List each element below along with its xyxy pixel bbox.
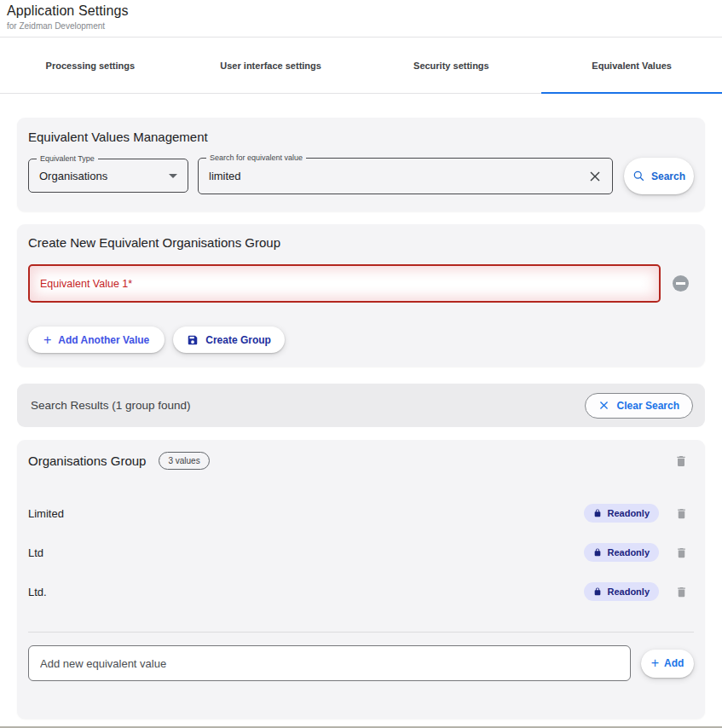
value-name: Ltd. [28,586,584,598]
value-row: Ltd Readonly [28,533,694,572]
readonly-label: Readonly [607,547,650,558]
remove-value-button[interactable] [673,275,689,292]
close-icon [598,400,609,411]
readonly-badge: Readonly [584,543,659,562]
search-input[interactable] [199,159,585,194]
equivalent-search-field: Search for equivalent value [198,158,613,194]
management-fields-row: Equivalent Type Organisations Search for… [28,159,694,194]
main-content: Equivalent Values Management Equivalent … [17,118,705,719]
add-value-input[interactable] [28,645,631,681]
create-group-title: Create New Equivalent Organisations Grou… [28,235,694,250]
clear-search-button[interactable]: Clear Search [585,393,693,419]
organisations-group-card: Organisations Group 3 values Limited Rea… [17,440,705,719]
lock-icon [593,547,602,558]
delete-value-button[interactable] [675,506,688,521]
plus-icon: + [651,656,659,670]
settings-tabs: Processing settings User interface setti… [0,38,722,94]
delete-value-button[interactable] [675,585,688,599]
add-button-label: Add [664,657,684,669]
page-subtitle: for Zeidman Development [7,21,722,31]
group-header: Organisations Group 3 values [28,452,694,470]
chevron-down-icon [169,174,177,178]
plus-icon: + [43,333,51,347]
create-group-card: Create New Equivalent Organisations Grou… [17,224,705,367]
clear-search-label: Clear Search [617,400,679,412]
values-count-badge: 3 values [159,452,209,470]
tab-user-interface-settings[interactable]: User interface settings [181,38,361,93]
close-icon [588,170,602,183]
add-value-button[interactable]: + Add [641,650,694,678]
equivalent-value-input[interactable] [28,264,661,303]
delete-group-button[interactable] [674,454,688,469]
management-card-title: Equivalent Values Management [28,130,694,144]
lock-icon [593,508,602,518]
lock-icon [593,586,602,597]
trash-icon [674,454,688,469]
equivalent-type-label: Equivalent Type [37,154,98,163]
save-icon [187,334,199,346]
delete-value-button[interactable] [675,546,688,560]
tab-equivalent-values[interactable]: Equivalent Values [541,38,722,93]
page-title: Application Settings [7,3,722,19]
readonly-badge: Readonly [584,582,659,601]
value-name: Ltd [28,546,584,559]
add-value-row: + Add [28,645,694,681]
search-button[interactable]: Search [624,158,694,194]
equivalent-values-management-card: Equivalent Values Management Equivalent … [17,118,705,211]
add-another-value-label: Add Another Value [58,334,149,346]
trash-icon [675,546,688,560]
group-values-list: Limited Readonly Ltd [28,494,694,611]
trash-icon [675,585,688,599]
search-icon [632,170,645,182]
create-actions-row: + Add Another Value Create Group [28,326,694,353]
tab-processing-settings[interactable]: Processing settings [0,38,181,93]
search-button-label: Search [651,170,685,182]
group-title: Organisations Group [28,454,146,468]
value-name: Limited [28,507,584,520]
search-results-bar: Search Results (1 group found) Clear Sea… [17,384,705,427]
value-row: Limited Readonly [28,494,694,533]
create-group-label: Create Group [205,334,271,346]
search-results-title: Search Results (1 group found) [31,399,191,412]
clear-input-button[interactable] [585,170,612,183]
create-group-button[interactable]: Create Group [173,326,285,353]
readonly-label: Readonly [607,508,650,518]
page-header: Application Settings for Zeidman Develop… [0,0,722,38]
new-value-row [28,264,694,303]
add-another-value-button[interactable]: + Add Another Value [28,326,165,353]
divider [28,632,694,633]
equivalent-type-value: Organisations [39,170,162,182]
equivalent-search-label: Search for equivalent value [206,153,306,162]
equivalent-type-select[interactable]: Equivalent Type Organisations [28,159,188,193]
tab-security-settings[interactable]: Security settings [361,38,542,93]
trash-icon [675,506,688,521]
readonly-label: Readonly [607,586,650,597]
value-row: Ltd. Readonly [28,572,694,611]
readonly-badge: Readonly [584,504,659,523]
